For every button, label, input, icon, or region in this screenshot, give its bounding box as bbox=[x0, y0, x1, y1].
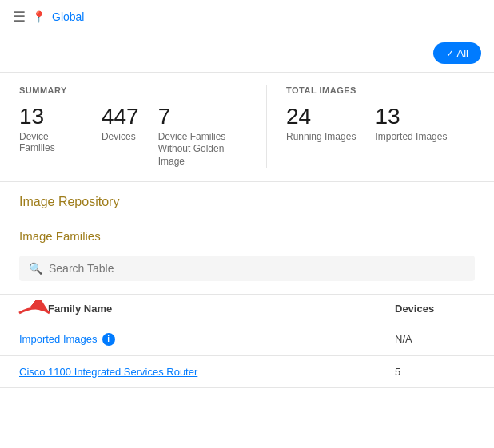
summary-left: SUMMARY 13 Device Families 447 Devices 7… bbox=[19, 85, 267, 168]
search-container[interactable]: 🔍 bbox=[19, 256, 475, 281]
total-images-stats: 24 Running Images 13 Imported Images bbox=[286, 105, 475, 142]
image-repository-title: Image Repository bbox=[19, 195, 475, 209]
all-button-label: All bbox=[457, 47, 468, 59]
cell-family-imported: Imported Images i bbox=[19, 333, 395, 346]
device-families-stat: 13 Device Families bbox=[19, 105, 82, 153]
summary-stats: 13 Device Families 447 Devices 7 Device … bbox=[19, 105, 247, 168]
cell-devices-imported: N/A bbox=[395, 333, 475, 345]
header: ☰ 📍 Global bbox=[0, 0, 494, 34]
search-input[interactable] bbox=[49, 262, 465, 275]
total-images-title: TOTAL IMAGES bbox=[286, 85, 475, 95]
running-images-stat: 24 Running Images bbox=[286, 105, 356, 142]
search-icon: 🔍 bbox=[29, 262, 42, 275]
table-row: Imported Images i N/A bbox=[0, 323, 494, 356]
devices-label: Devices bbox=[102, 131, 139, 142]
summary-title: SUMMARY bbox=[19, 85, 247, 95]
summary-section: SUMMARY 13 Device Families 447 Devices 7… bbox=[0, 73, 494, 182]
running-images-number: 24 bbox=[286, 105, 356, 129]
all-button[interactable]: ✓ All bbox=[433, 42, 481, 64]
table-header: Family Name Devices bbox=[0, 294, 494, 323]
info-badge: i bbox=[102, 333, 115, 346]
global-label: Global bbox=[52, 10, 84, 23]
devices-number: 447 bbox=[102, 105, 139, 129]
red-arrow-icon bbox=[13, 300, 54, 326]
table-area: Family Name Devices Imported Images i N/… bbox=[0, 294, 494, 388]
image-repository-section: Image Repository bbox=[0, 182, 494, 216]
image-families-section: Image Families bbox=[0, 216, 494, 243]
arrow-annotation bbox=[13, 300, 54, 326]
col-devices-header: Devices bbox=[395, 303, 475, 315]
running-images-label: Running Images bbox=[286, 131, 356, 142]
cell-devices-cisco: 5 bbox=[395, 366, 475, 378]
device-families-number: 13 bbox=[19, 105, 82, 129]
no-golden-number: 7 bbox=[158, 105, 247, 129]
device-families-label: Device Families bbox=[19, 131, 82, 153]
imported-images-stat: 13 Imported Images bbox=[375, 105, 447, 142]
cell-family-cisco: Cisco 1100 Integrated Services Router bbox=[19, 366, 395, 378]
col-family-header: Family Name bbox=[48, 303, 395, 315]
imported-images-link[interactable]: Imported Images bbox=[19, 333, 98, 345]
table-row: Cisco 1100 Integrated Services Router 5 bbox=[0, 356, 494, 388]
devices-stat: 447 Devices bbox=[102, 105, 139, 142]
cisco-router-link[interactable]: Cisco 1100 Integrated Services Router bbox=[19, 366, 197, 378]
location-icon: 📍 bbox=[32, 10, 46, 23]
no-golden-label: Device FamiliesWithout Golden Image bbox=[158, 131, 247, 168]
summary-right: TOTAL IMAGES 24 Running Images 13 Import… bbox=[267, 85, 475, 168]
imported-images-number: 13 bbox=[375, 105, 447, 129]
image-families-title: Image Families bbox=[19, 229, 475, 243]
check-icon: ✓ bbox=[446, 48, 454, 59]
no-golden-stat: 7 Device FamiliesWithout Golden Image bbox=[158, 105, 247, 168]
hamburger-icon[interactable]: ☰ bbox=[13, 8, 26, 26]
toolbar: ✓ All bbox=[0, 34, 494, 73]
imported-images-label: Imported Images bbox=[375, 131, 447, 142]
